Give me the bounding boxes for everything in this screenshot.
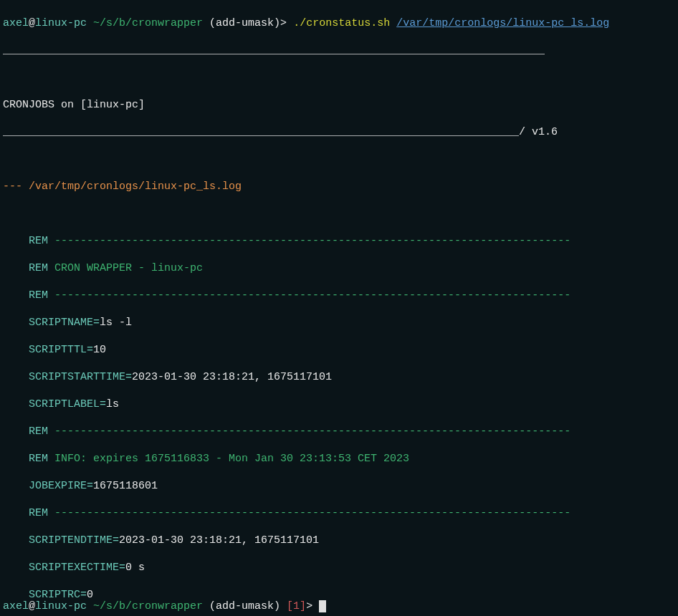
prompt-line-1: axel@linux-pc ~/s/b/cronwrapper (add-uma…: [3, 16, 675, 30]
rem-info: REM INFO: expires 1675116833 - Mon Jan 3…: [3, 452, 675, 466]
command-arg: /var/tmp/cronlogs/linux-pc_ls.log: [396, 17, 609, 29]
prompt-host: linux-pc: [35, 17, 87, 29]
prompt-branch: (add-umask): [203, 17, 280, 29]
scriptexectime-row: SCRIPTEXECTIME=0 s: [3, 561, 675, 574]
rem-wrapper-title: REM CRON WRAPPER - linux-pc: [3, 261, 675, 275]
jobexpire-row: JOBEXPIRE=1675118601: [3, 479, 675, 493]
prompt-exit-status: [1]: [280, 600, 306, 612]
divider-version: ________________________________________…: [3, 125, 675, 139]
terminal-output[interactable]: axel@linux-pc ~/s/b/cronwrapper (add-uma…: [3, 3, 675, 616]
cursor-icon: [319, 600, 326, 612]
divider-top: ________________________________________…: [3, 44, 675, 57]
prompt-branch: (add-umask): [203, 600, 280, 612]
scriptendtime-row: SCRIPTENDTIME=2023-01-30 23:18:21, 16751…: [3, 534, 675, 547]
prompt-path: ~/s/b/cronwrapper: [87, 17, 203, 29]
blank-line: [3, 153, 675, 166]
command-text: ./cronstatus.sh: [287, 17, 396, 29]
prompt-path: ~/s/b/cronwrapper: [87, 600, 203, 612]
prompt-line-2[interactable]: axel@linux-pc ~/s/b/cronwrapper (add-uma…: [3, 600, 326, 613]
scriptttl-row: SCRIPTTTL=10: [3, 343, 675, 357]
rem-divider: REM ------------------------------------…: [3, 506, 675, 520]
scriptname-row: SCRIPTNAME=ls -l: [3, 316, 675, 329]
rem-divider: REM ------------------------------------…: [3, 425, 675, 438]
scriptlabel-row: SCRIPTLABEL=ls: [3, 398, 675, 411]
rem-divider: REM ------------------------------------…: [3, 289, 675, 302]
blank-line: [3, 207, 675, 221]
blank-line: [3, 71, 675, 85]
scriptstarttime-row: SCRIPTSTARTTIME=2023-01-30 23:18:21, 167…: [3, 370, 675, 384]
prompt-host: linux-pc: [35, 600, 87, 612]
prompt-user: axel: [3, 600, 29, 612]
prompt-user: axel: [3, 17, 29, 29]
rem-divider: REM ------------------------------------…: [3, 234, 675, 248]
cronjobs-header: CRONJOBS on [linux-pc]: [3, 98, 675, 112]
logfile-path: --- /var/tmp/cronlogs/linux-pc_ls.log: [3, 180, 675, 193]
